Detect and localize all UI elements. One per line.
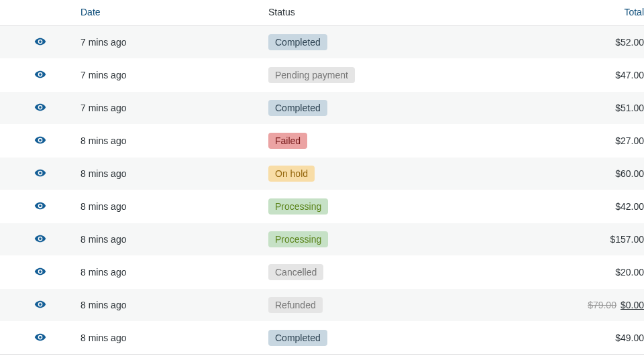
order-total-value: $47.00 [615,70,644,80]
table-row[interactable]: 8 mins agoOn hold$60.00 [0,158,644,190]
order-total: $49.00 [537,322,644,355]
order-date: 8 mins ago [80,125,268,158]
order-total-value: $49.00 [615,333,644,343]
order-total: $51.00 [537,92,644,125]
column-header-total[interactable]: Total [537,0,644,26]
order-total-value: $60.00 [615,168,644,179]
table-row[interactable]: 8 mins agoCancelled$20.00 [0,256,644,289]
table-row[interactable]: 8 mins agoProcessing$42.00 [0,190,644,223]
table-row[interactable]: 8 mins agoProcessing$157.00 [0,223,644,256]
table-row[interactable]: 8 mins agoRefunded$79.00$0.00 [0,289,644,322]
column-header-status: Status [268,0,537,26]
eye-icon[interactable] [34,101,46,113]
order-date: 8 mins ago [80,223,268,256]
status-cell: Refunded [268,289,537,322]
order-date: 8 mins ago [80,256,268,289]
eye-icon[interactable] [34,331,46,343]
status-badge: Failed [268,133,307,149]
order-total-value: $0.00 [621,300,644,310]
status-badge: Refunded [268,297,323,313]
order-date: 8 mins ago [80,158,268,190]
table-row[interactable]: 8 mins agoFailed$27.00 [0,125,644,158]
preview-cell [0,26,80,59]
order-total-value: $27.00 [615,135,644,146]
table-row[interactable]: 8 mins agoCompleted$49.00 [0,322,644,355]
order-total-value: $20.00 [615,267,644,278]
eye-icon[interactable] [34,68,46,80]
order-total: $47.00 [537,59,644,92]
order-total-value: $52.00 [615,37,644,48]
status-badge: Completed [268,100,327,116]
order-total: $42.00 [537,190,644,223]
preview-cell [0,125,80,158]
status-cell: Processing [268,190,537,223]
order-total-value: $51.00 [615,103,644,113]
status-badge: Completed [268,330,327,346]
status-cell: Processing [268,223,537,256]
status-cell: Pending payment [268,59,537,92]
order-date: 8 mins ago [80,289,268,322]
column-header-preview [0,0,80,26]
status-cell: On hold [268,158,537,190]
preview-cell [0,92,80,125]
preview-cell [0,256,80,289]
eye-icon[interactable] [34,265,46,278]
table-row[interactable]: 7 mins agoPending payment$47.00 [0,59,644,92]
order-date: 7 mins ago [80,26,268,59]
order-total: $52.00 [537,26,644,59]
order-date: 8 mins ago [80,190,268,223]
order-total: $60.00 [537,158,644,190]
eye-icon[interactable] [34,233,46,245]
status-cell: Completed [268,322,537,355]
eye-icon[interactable] [34,36,46,48]
status-cell: Completed [268,92,537,125]
order-total-value: $42.00 [615,201,644,212]
order-date: 8 mins ago [80,322,268,355]
status-cell: Failed [268,125,537,158]
order-total: $27.00 [537,125,644,158]
table-row[interactable]: 7 mins agoCompleted$52.00 [0,26,644,59]
status-badge: Pending payment [268,67,355,83]
preview-cell [0,59,80,92]
eye-icon[interactable] [34,298,46,310]
column-header-date[interactable]: Date [80,0,268,26]
status-badge: Completed [268,34,327,50]
preview-cell [0,190,80,223]
preview-cell [0,158,80,190]
preview-cell [0,223,80,256]
status-cell: Completed [268,26,537,59]
eye-icon[interactable] [34,200,46,212]
order-date: 7 mins ago [80,92,268,125]
order-total-original: $79.00 [588,300,616,310]
order-total: $79.00$0.00 [537,289,644,322]
table-row[interactable]: 7 mins agoCompleted$51.00 [0,92,644,125]
status-badge: On hold [268,166,315,182]
status-badge: Cancelled [268,264,323,280]
order-total-value: $157.00 [610,234,644,245]
status-badge: Processing [268,198,328,215]
orders-table: Date Status Total 7 mins agoCompleted$52… [0,0,644,355]
status-badge: Processing [268,231,328,247]
order-date: 7 mins ago [80,59,268,92]
order-total: $20.00 [537,256,644,289]
order-total: $157.00 [537,223,644,256]
preview-cell [0,289,80,322]
preview-cell [0,322,80,355]
eye-icon[interactable] [34,167,46,179]
eye-icon[interactable] [34,134,46,146]
status-cell: Cancelled [268,256,537,289]
